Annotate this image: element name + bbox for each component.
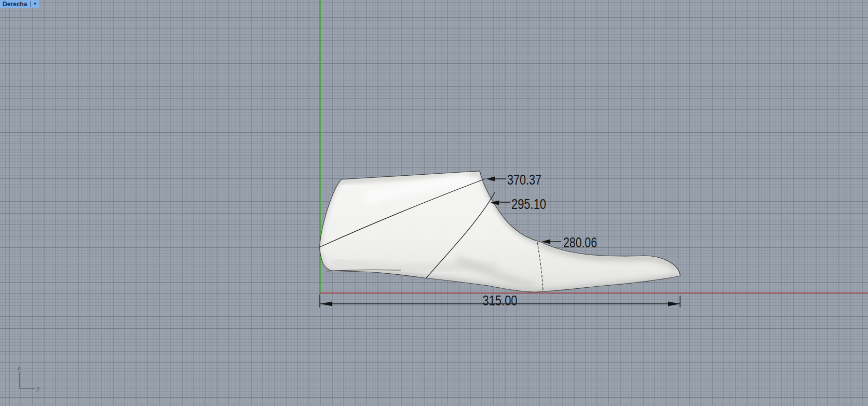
dimension-arrow-right-icon xyxy=(668,302,680,306)
viewport-title[interactable]: Derecha xyxy=(3,0,27,8)
y-axis-label: y xyxy=(36,384,40,391)
dimension-arrow-left-icon xyxy=(320,302,332,306)
z-axis-label: z xyxy=(17,363,20,371)
dimension-value: 280.06 xyxy=(563,235,597,250)
viewport-menu-chevron-down-icon[interactable]: ▼ xyxy=(32,0,37,8)
dimension-value: 315.00 xyxy=(483,293,518,309)
shoe-last-model[interactable] xyxy=(320,171,680,293)
tab-separator xyxy=(30,1,31,7)
axis-indicator: z y xyxy=(17,363,40,391)
leader-arrow-icon xyxy=(486,177,495,181)
dimension-value: 295.10 xyxy=(511,197,546,212)
viewport-canvas[interactable]: 370.37 295.10 280.06 315.00 xyxy=(0,0,868,406)
viewport-title-tab[interactable]: Derecha ▼ xyxy=(0,0,39,8)
dimension-heel-girth[interactable]: 370.37 xyxy=(486,172,541,188)
dimension-instep-girth[interactable]: 295.10 xyxy=(490,197,546,212)
dimension-value: 370.37 xyxy=(507,172,541,188)
viewport[interactable]: 370.37 295.10 280.06 315.00 xyxy=(0,0,868,406)
axis-indicator-lines xyxy=(20,372,35,388)
dimension-last-length[interactable]: 315.00 xyxy=(320,293,680,309)
